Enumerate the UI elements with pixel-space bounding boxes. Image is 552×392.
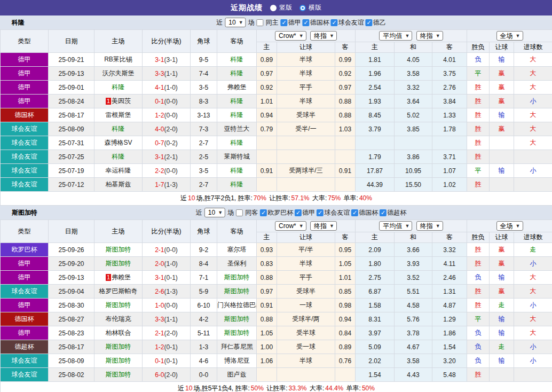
competition-badge: 德甲 xyxy=(1,271,49,285)
league-checkbox[interactable]: ✓ xyxy=(281,19,288,26)
match-row: 德甲25-08-241美因茨0-1(0-0)8-3科隆1.01半球0.881.9… xyxy=(1,95,552,108)
final-odds-select[interactable]: 终指▼ xyxy=(416,31,443,41)
team-name[interactable]: 科隆 xyxy=(112,83,125,91)
team-name[interactable]: 斯图加特 xyxy=(106,371,131,378)
score-cell: 3-3(1-1) xyxy=(143,312,191,326)
col-goals-result: 进球数 xyxy=(514,42,552,53)
home-team-cell: 柏林联合 xyxy=(94,326,143,340)
bookmaker-select[interactable]: Crow*▼ xyxy=(275,31,306,41)
scope-select[interactable]: 全场▼ xyxy=(496,31,523,41)
league-checkbox[interactable]: ✓ xyxy=(351,209,358,216)
layout-vertical-radio[interactable]: 竖版 xyxy=(270,3,292,12)
bookmaker-select[interactable]: Crow*▼ xyxy=(275,221,306,231)
handicap-line: 平手 xyxy=(277,81,335,95)
handicap-line xyxy=(277,150,335,164)
summary-stat: 57.1% xyxy=(291,194,310,202)
match-row: 球会友谊25-08-09科隆4-0(2-0)7-3亚特兰大0.79受半/一1.0… xyxy=(1,122,552,136)
handicap-line: 半球 xyxy=(277,53,335,67)
result-goals: 大 xyxy=(514,326,552,340)
avg-away-odds: 4.01 xyxy=(432,53,467,67)
half-time-score: (0-1) xyxy=(164,274,178,281)
handicap-home-odds: 0.97 xyxy=(257,67,277,81)
match-row: 德国杯25-08-27布伦瑞克3-3(1-1)4-2斯图加特0.88受球半/两0… xyxy=(1,312,552,326)
avg-draw-odds: 3.66 xyxy=(395,243,432,257)
average-select[interactable]: 平均值▼ xyxy=(379,31,412,41)
handicap-home-odds: 1.05 xyxy=(257,326,277,340)
team-name: 布伦瑞克 xyxy=(106,315,131,323)
result-goals: 大 xyxy=(514,53,552,67)
result-goals xyxy=(514,178,552,192)
team-name[interactable]: 科隆 xyxy=(231,97,243,105)
handicap-home-odds: 0.88 xyxy=(257,271,277,285)
team-name[interactable]: 科隆 xyxy=(231,111,243,119)
team-name[interactable]: 斯图加特 xyxy=(106,260,131,267)
team-name[interactable]: 科隆 xyxy=(112,125,125,132)
team-name[interactable]: 斯图加特 xyxy=(224,287,250,295)
avg-draw-odds: 4.43 xyxy=(395,368,432,382)
handicap-line: 半球 xyxy=(277,257,335,271)
corners-cell: 4-6 xyxy=(191,354,217,368)
league-checkbox[interactable]: ✓ xyxy=(260,209,267,216)
handicap-line: 半球 xyxy=(277,67,335,81)
away-team-cell: 博洛尼亚 xyxy=(217,354,257,368)
same-venue-checkbox[interactable] xyxy=(236,209,243,216)
league-checkbox[interactable]: ✓ xyxy=(295,209,302,216)
handicap-home-odds: 0.89 xyxy=(257,53,277,67)
team-name[interactable]: 斯图加特 xyxy=(106,357,131,364)
team-name[interactable]: 科隆 xyxy=(112,153,125,160)
final-odds-select[interactable]: 终指▼ xyxy=(310,31,337,41)
team-name[interactable]: 科隆 xyxy=(231,69,243,77)
avg-away-odds: 3.32 xyxy=(432,243,467,257)
half-time-score: (2-0) xyxy=(164,330,178,337)
match-row: 球会友谊25-07-25科隆3-1(2-1)2-5莱斯特城1.793.863.7… xyxy=(1,150,552,164)
scope-select[interactable]: 全场▼ xyxy=(496,221,523,231)
corners-cell: 3-5 xyxy=(191,164,217,178)
league-checkbox[interactable]: ✓ xyxy=(317,209,324,216)
team-name[interactable]: 斯图加特 xyxy=(224,273,250,281)
team-name: 亚特兰大 xyxy=(224,125,250,132)
avg-draw-odds: 3.86 xyxy=(395,150,432,164)
radio-unselected-icon[interactable] xyxy=(270,5,277,11)
match-count-select[interactable]: 10▼ xyxy=(225,18,246,27)
half-time-score: (0-0) xyxy=(164,302,178,309)
league-checkbox[interactable]: ✓ xyxy=(380,209,387,216)
result-winlose: 胜 xyxy=(467,178,490,192)
handicap-line: 受半/一 xyxy=(277,122,335,136)
team-name[interactable]: 斯图加特 xyxy=(224,315,250,323)
handicap-away-odds xyxy=(335,150,356,164)
team-name[interactable]: 斯图加特 xyxy=(224,329,250,336)
avg-away-odds: 1.02 xyxy=(432,178,467,192)
match-count-select[interactable]: 10▼ xyxy=(204,208,225,217)
team-name[interactable]: 科隆 xyxy=(231,167,243,174)
team-name[interactable]: 科隆 xyxy=(231,56,243,63)
team-name[interactable]: 斯图加特 xyxy=(106,343,131,350)
average-select[interactable]: 平均值▼ xyxy=(379,221,412,231)
team-name[interactable]: 斯图加特 xyxy=(106,246,131,253)
league-checkbox[interactable]: ✓ xyxy=(303,19,310,26)
half-time-score: (1-3) xyxy=(164,288,178,295)
score-cell: 2-2(0-0) xyxy=(143,164,191,178)
layout-horizontal-radio[interactable]: 横版 xyxy=(299,3,321,12)
avg-away-odds xyxy=(432,136,467,150)
half-time-score: (0-1) xyxy=(164,357,178,365)
team-name[interactable]: 斯图加特 xyxy=(106,301,131,309)
full-time-score: 2-1 xyxy=(155,330,164,337)
league-label: 德国杯 xyxy=(310,18,329,27)
team-name[interactable]: 科隆 xyxy=(231,139,243,146)
final-odds-select[interactable]: 终指▼ xyxy=(310,221,337,231)
same-venue-checkbox[interactable] xyxy=(257,19,264,26)
half-time-score: (0-1) xyxy=(164,343,178,351)
competition-badge: 球会友谊 xyxy=(1,136,49,150)
league-checkbox[interactable]: ✓ xyxy=(331,19,338,26)
final-odds-select[interactable]: 终指▼ xyxy=(416,221,443,231)
match-date: 25-09-13 xyxy=(49,271,94,285)
league-checkbox[interactable]: ✓ xyxy=(366,19,373,26)
radio-selected-icon[interactable] xyxy=(299,5,306,11)
match-row: 球会友谊25-08-02斯图加特6-0(2-0)0-0图卢兹1.544.435.… xyxy=(1,368,552,382)
competition-badge: 球会友谊 xyxy=(1,178,49,192)
competition-badge: 球会友谊 xyxy=(1,122,49,136)
avg-away-odds: 1.54 xyxy=(432,340,467,354)
team-name[interactable]: 科隆 xyxy=(231,181,243,188)
score-cell: 1-2(0-0) xyxy=(143,108,191,122)
away-team-cell: 科隆 xyxy=(217,53,257,67)
